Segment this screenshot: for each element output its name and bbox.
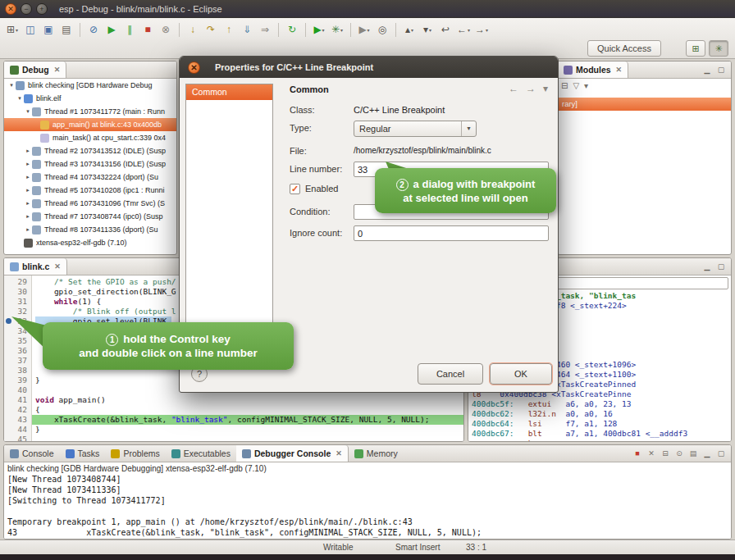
minimize-icon[interactable]: ▁ [701,449,713,458]
close-icon[interactable]: ✕ [336,449,342,458]
debug-tree-item[interactable]: ▾blink checking [GDB Hardware Debug [4,79,176,92]
close-icon[interactable]: ✕ [616,66,623,74]
display-selected-console-icon[interactable]: ▤ [687,449,699,458]
line-number[interactable]: 36 [4,346,31,356]
tab-modules[interactable]: Modules ✕ [558,61,628,78]
modules-selected-row[interactable]: rary] [558,98,731,111]
expander-icon[interactable]: ▸ [24,226,32,233]
tab-memory[interactable]: Memory [349,445,404,462]
view-menu-icon[interactable]: ▾ [543,83,548,94]
dropdown-caret-icon[interactable]: ▾ [429,27,431,33]
last-edit-location-icon[interactable]: ↩ [437,22,454,38]
debug-perspective-button[interactable]: ✳ [709,40,728,57]
debug-tree-item[interactable]: ▾Thread #1 1073411772 (main : Runn [4,105,176,118]
debug-tree-item[interactable]: main_task() at cpu_start.c:339 0x4 [4,131,176,144]
dropdown-caret-icon[interactable]: ▾ [16,27,18,33]
clear-console-icon[interactable]: ⊟ [660,449,671,458]
ok-button[interactable]: OK [490,363,552,385]
tab-problems[interactable]: Problems [105,445,165,462]
dialog-close-button[interactable]: ✕ [188,61,200,74]
line-number[interactable]: 38 [4,366,31,376]
open-perspective-button[interactable]: ⊞ [686,40,705,57]
quick-access-button[interactable]: Quick Access [587,40,661,57]
expander-icon[interactable]: ▸ [24,161,32,167]
expander-icon[interactable]: ▸ [24,148,32,154]
close-icon[interactable]: ✕ [54,66,61,74]
cancel-button[interactable]: Cancel [418,363,483,385]
minimize-icon[interactable]: ▁ [701,262,713,271]
line-number[interactable]: 45 [4,435,31,442]
enabled-checkbox[interactable]: ✓ [290,184,300,194]
line-number[interactable]: 32 [4,307,31,316]
code-line[interactable] [32,435,463,441]
forward-icon[interactable]: →▾ [473,22,490,38]
tab-debug[interactable]: Debug ✕ [4,61,66,78]
debug-tree-item[interactable]: app_main() at blink.c:43 0x400db [4,118,176,131]
save-all-icon[interactable]: ▣ [40,22,57,38]
external-tools-icon[interactable]: ▶▾ [356,22,372,38]
disassembly-line[interactable]: 400dbc64: lsi f7, a1, 128 [468,419,731,429]
disassembly-line[interactable]: 400dbc62: l32i.n a0, a0, 16 [468,409,731,419]
window-maximize-button[interactable]: + [36,3,48,15]
debug-icon[interactable]: ✳▾ [329,22,345,38]
resume-icon[interactable]: ▶ [103,22,120,38]
search-icon[interactable]: ◎ [374,22,390,38]
expander-icon[interactable]: ▸ [24,174,32,180]
expander-icon[interactable]: ▾ [16,95,24,102]
dropdown-caret-icon[interactable]: ▾ [340,27,343,33]
line-number[interactable]: 41 [4,395,31,405]
line-number[interactable]: 29 [4,277,31,287]
editor-line-number-ruler[interactable]: 2930313233343536373839404142434445 [4,275,32,441]
line-number[interactable]: 44 [4,425,31,435]
debug-tree-item[interactable]: ▸Thread #6 1073431096 (Tmr Svc) (S [4,197,176,210]
expander-icon[interactable]: ▸ [24,200,32,207]
skip-all-breakpoints-icon[interactable]: ⊘ [85,22,102,38]
terminate-console-icon[interactable]: ■ [632,449,643,458]
line-number[interactable]: 31 [4,297,31,307]
dropdown-caret-icon[interactable]: ▾ [468,27,470,33]
code-line[interactable]: void app_main() [32,395,463,405]
type-select[interactable]: Regular ▼ [354,121,477,137]
instruction-stepping-icon[interactable]: ⇒ [257,22,273,38]
line-number[interactable]: 35 [4,336,31,346]
restart-icon[interactable]: ↻ [284,22,300,38]
debug-tree-item[interactable]: ▸Thread #7 1073408744 (ipc0) (Susp [4,210,176,223]
close-icon[interactable]: ✕ [54,262,61,271]
tab-tasks[interactable]: Tasks [60,445,106,462]
dialog-category-common[interactable]: Common [186,84,272,100]
code-line[interactable]: xTaskCreate(&blink_task, "blink_task", c… [32,415,463,425]
dropdown-caret-icon[interactable]: ▾ [322,27,325,33]
tab-executables[interactable]: Executables [166,445,236,462]
line-number[interactable]: 42 [4,405,31,415]
debug-tree-item[interactable]: ▸Thread #3 1073413156 (IDLE) (Susp [4,157,176,171]
tab-blink-c[interactable]: blink.c ✕ [4,258,67,275]
debug-tree-item[interactable]: ▾blink.elf [4,92,176,105]
chevron-down-icon[interactable]: ▼ [461,121,476,136]
debug-tree-item[interactable]: ▸Thread #8 1073411336 (dport) (Su [4,223,176,236]
disassembly-line[interactable]: 400dbc5f: extui a6, a0, 23, 13 [468,399,731,409]
new-icon[interactable]: ⊞▾ [4,22,21,38]
line-number[interactable]: 37 [4,356,31,366]
dropdown-caret-icon[interactable]: ▾ [368,27,370,33]
line-number[interactable]: 43 [4,415,31,425]
terminate-icon[interactable]: ■ [139,22,156,38]
debug-tree-item[interactable]: ▸Thread #5 1073410208 (ipc1 : Runni [4,184,176,197]
view-menu-icon[interactable]: ▾ [584,81,588,90]
filter-modules-icon[interactable]: ▽ [573,81,579,90]
disassembly-line[interactable]: 400dbc67: blt a7, a1, 400dbc81 <__adddf3 [468,429,731,439]
forward-icon[interactable]: → [526,83,536,94]
back-icon[interactable]: ←▾ [455,22,472,38]
line-number[interactable]: 30 [4,287,31,297]
next-annotation-icon[interactable]: ▾▾ [419,22,436,38]
debug-tree-item[interactable]: ▸Thread #4 1073432224 (dport) (Su [4,171,176,184]
print-icon[interactable]: ▤ [58,22,75,38]
code-line[interactable]: } [32,425,463,435]
tab-console[interactable]: Console [4,445,60,462]
window-close-button[interactable]: ✕ [5,3,16,15]
collapse-all-icon[interactable]: ⊟ [561,81,568,90]
save-icon[interactable]: ◫ [22,22,39,38]
previous-annotation-icon[interactable]: ▴▾ [401,22,418,38]
suspend-icon[interactable]: ∥ [121,22,138,38]
run-icon[interactable]: ▶▾ [311,22,327,38]
tab-debugger-console[interactable]: Debugger Console✕ [236,445,349,462]
